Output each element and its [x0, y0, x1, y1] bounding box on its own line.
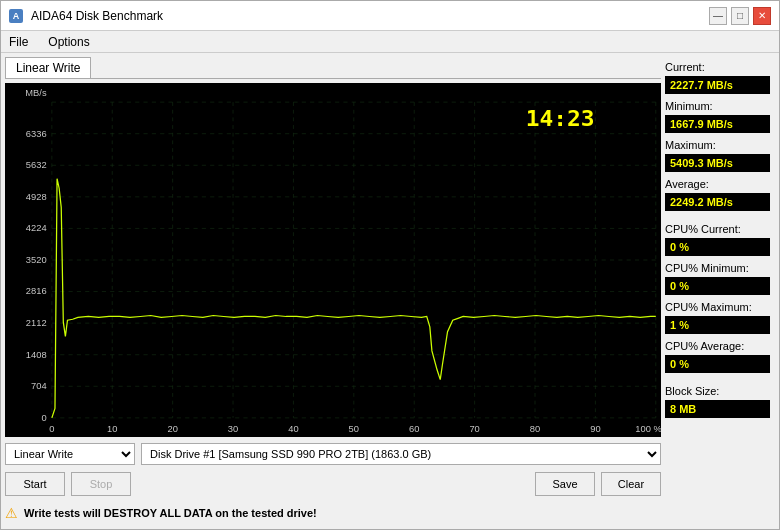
- warning-icon: ⚠: [5, 505, 18, 521]
- svg-text:MB/s: MB/s: [25, 89, 47, 99]
- warning-text: Write tests will DESTROY ALL DATA on the…: [24, 507, 317, 519]
- svg-text:5632: 5632: [26, 160, 47, 170]
- app-icon: A: [9, 9, 23, 23]
- stop-button[interactable]: Stop: [71, 472, 131, 496]
- menu-options[interactable]: Options: [44, 34, 93, 50]
- block-size-value: 8 MB: [665, 400, 770, 418]
- clear-button[interactable]: Clear: [601, 472, 661, 496]
- save-button[interactable]: Save: [535, 472, 595, 496]
- tab-linear-write[interactable]: Linear Write: [5, 57, 91, 78]
- main-window: A AIDA64 Disk Benchmark — □ ✕ File Optio…: [0, 0, 780, 530]
- svg-text:10: 10: [107, 425, 117, 435]
- svg-text:2816: 2816: [26, 287, 47, 297]
- svg-text:4224: 4224: [26, 224, 47, 234]
- cpu-average-label: CPU% Average:: [665, 340, 775, 352]
- side-panel: Current: 2227.7 MB/s Minimum: 1667.9 MB/…: [665, 57, 775, 525]
- svg-text:0: 0: [49, 425, 54, 435]
- svg-text:50: 50: [349, 425, 359, 435]
- warning-row: ⚠ Write tests will DESTROY ALL DATA on t…: [5, 501, 661, 525]
- content-area: Linear Write: [1, 53, 779, 529]
- svg-text:6336: 6336: [26, 129, 47, 139]
- cpu-maximum-label: CPU% Maximum:: [665, 301, 775, 313]
- svg-text:704: 704: [31, 382, 47, 392]
- svg-text:90: 90: [590, 425, 600, 435]
- start-button[interactable]: Start: [5, 472, 65, 496]
- minimize-button[interactable]: —: [709, 7, 727, 25]
- bottom-controls: Linear Write Disk Drive #1 [Samsung SSD …: [5, 441, 661, 525]
- tab-bar: Linear Write: [5, 57, 661, 79]
- maximize-button[interactable]: □: [731, 7, 749, 25]
- average-label: Average:: [665, 178, 775, 190]
- title-bar-left: A AIDA64 Disk Benchmark: [9, 9, 163, 23]
- svg-text:40: 40: [288, 425, 298, 435]
- test-type-dropdown[interactable]: Linear Write: [5, 443, 135, 465]
- cpu-minimum-label: CPU% Minimum:: [665, 262, 775, 274]
- cpu-average-value: 0 %: [665, 355, 770, 373]
- svg-text:0: 0: [41, 413, 46, 423]
- svg-text:3520: 3520: [26, 255, 47, 265]
- current-value: 2227.7 MB/s: [665, 76, 770, 94]
- cpu-current-label: CPU% Current:: [665, 223, 775, 235]
- block-size-label: Block Size:: [665, 385, 775, 397]
- maximum-value: 5409.3 MB/s: [665, 154, 770, 172]
- cpu-minimum-value: 0 %: [665, 277, 770, 295]
- current-label: Current:: [665, 61, 775, 73]
- svg-text:1408: 1408: [26, 350, 47, 360]
- title-controls: — □ ✕: [709, 7, 771, 25]
- cpu-maximum-value: 1 %: [665, 316, 770, 334]
- chart-area: MB/s 6336 5632 4928 4224 3520 2816 2112 …: [5, 83, 661, 437]
- control-row-buttons: Start Stop Save Clear: [5, 471, 661, 497]
- main-panel: Linear Write: [5, 57, 661, 525]
- svg-text:20: 20: [167, 425, 177, 435]
- menu-bar: File Options: [1, 31, 779, 53]
- svg-text:100 %: 100 %: [635, 425, 661, 435]
- chart-svg: MB/s 6336 5632 4928 4224 3520 2816 2112 …: [5, 83, 661, 437]
- close-button[interactable]: ✕: [753, 7, 771, 25]
- svg-text:80: 80: [530, 425, 540, 435]
- disk-dropdown[interactable]: Disk Drive #1 [Samsung SSD 990 PRO 2TB] …: [141, 443, 661, 465]
- svg-text:60: 60: [409, 425, 419, 435]
- minimum-value: 1667.9 MB/s: [665, 115, 770, 133]
- title-bar: A AIDA64 Disk Benchmark — □ ✕: [1, 1, 779, 31]
- cpu-current-value: 0 %: [665, 238, 770, 256]
- svg-text:2112: 2112: [26, 318, 47, 328]
- minimum-label: Minimum:: [665, 100, 775, 112]
- control-row-selects: Linear Write Disk Drive #1 [Samsung SSD …: [5, 441, 661, 467]
- svg-text:30: 30: [228, 425, 238, 435]
- average-value: 2249.2 MB/s: [665, 193, 770, 211]
- maximum-label: Maximum:: [665, 139, 775, 151]
- menu-file[interactable]: File: [5, 34, 32, 50]
- svg-text:14:23: 14:23: [526, 107, 595, 131]
- svg-text:70: 70: [469, 425, 479, 435]
- svg-text:4928: 4928: [26, 192, 47, 202]
- window-title: AIDA64 Disk Benchmark: [31, 9, 163, 23]
